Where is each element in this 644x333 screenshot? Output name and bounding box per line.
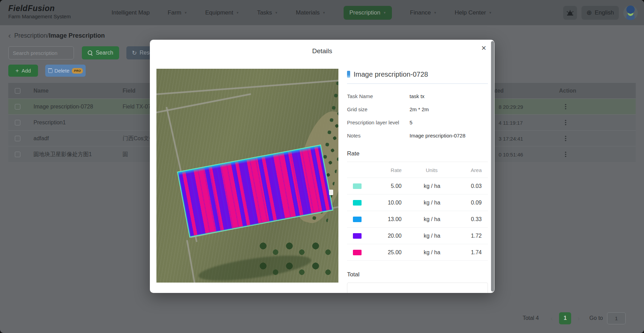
row-created: 8 20:29:29 <box>499 104 523 110</box>
prev-page-button[interactable]: ‹ <box>547 314 557 322</box>
rate-value: 13.00 <box>388 216 402 222</box>
field-satellite-image <box>156 69 338 283</box>
pagination: Total 4 ‹ 1 › Go to <box>522 312 626 324</box>
row-checkbox[interactable] <box>15 120 20 125</box>
nav-tasks[interactable]: Tasks▼ <box>257 9 278 16</box>
goto-page-input[interactable] <box>607 312 626 324</box>
rate-area: 1.72 <box>471 233 482 239</box>
row-field: 圆 <box>123 151 128 158</box>
nav-farm[interactable]: Farm▼ <box>168 9 188 16</box>
detail-value: 5 <box>410 120 412 125</box>
record-title: Image prescription-0728 <box>354 70 428 78</box>
chevron-down-icon: ▼ <box>184 11 187 15</box>
detail-row: Prescription layer level 5 <box>347 116 488 129</box>
avatar[interactable] <box>623 6 638 20</box>
rate-color-swatch <box>353 233 362 239</box>
road <box>186 240 195 283</box>
title-bar-icon <box>347 71 350 78</box>
rate-table: Rate Units Area 5.00 kg / ha 0.03 10.00 … <box>347 162 488 261</box>
nav-equipment[interactable]: Equipment▼ <box>205 9 239 16</box>
close-icon[interactable]: × <box>481 44 486 52</box>
row-actions-menu-icon[interactable] <box>564 134 568 143</box>
chevron-down-icon: ▼ <box>383 11 386 15</box>
row-actions-menu-icon[interactable] <box>564 118 568 127</box>
nav-label: Help Center <box>455 9 486 16</box>
rate-col-header: Rate <box>391 167 402 173</box>
nav-label: Finance <box>410 9 431 16</box>
rate-units: kg / ha <box>424 183 440 189</box>
nav-help-center[interactable]: Help Center▼ <box>455 9 492 16</box>
nav-label: Intelligent Map <box>112 9 150 16</box>
pro-badge: PRO <box>72 68 83 74</box>
detail-value: 2m * 2m <box>410 106 429 112</box>
chevron-down-icon: ▼ <box>489 11 492 15</box>
area-col-header: Area <box>471 167 482 173</box>
column-field: Field <box>123 88 135 94</box>
page-1-button[interactable]: 1 <box>559 312 571 324</box>
notifications-button[interactable] <box>563 6 577 20</box>
topbar-right: ⊕ English <box>563 0 638 25</box>
detail-row: Grid size 2m * 2m <box>347 103 488 116</box>
details-modal: Details × Image prescription-0728 <box>150 40 494 293</box>
row-checkbox[interactable] <box>15 136 20 141</box>
language-button[interactable]: ⊕ English <box>581 6 619 20</box>
column-action: Action <box>559 88 576 94</box>
row-checkbox[interactable] <box>15 104 20 110</box>
nav-intelligent-map[interactable]: Intelligent Map <box>112 9 150 16</box>
topbar: FieldFusion Farm Management System Intel… <box>0 0 644 25</box>
rate-value: 10.00 <box>388 200 402 206</box>
row-created: 4 11:19:17 <box>499 120 523 125</box>
rate-area: 1.74 <box>471 249 482 256</box>
refresh-icon: ↻ <box>132 50 137 56</box>
language-label: English <box>595 9 614 16</box>
row-name: 圆地块卫星影像处方图1 <box>33 151 92 158</box>
plus-icon: + <box>16 68 19 74</box>
breadcrumb-section[interactable]: Prescription/ <box>14 32 49 39</box>
delete-button[interactable]: Delete PRO <box>45 65 86 77</box>
modal-scrollbar[interactable] <box>491 41 494 292</box>
nav-materials[interactable]: Materials▼ <box>296 9 326 16</box>
rate-units: kg / ha <box>424 233 440 239</box>
detail-label: Grid size <box>347 106 367 112</box>
chevron-down-icon: ▼ <box>434 11 437 15</box>
modal-title: Details <box>150 47 494 55</box>
prescription-overlay <box>177 144 334 237</box>
row-actions-menu-icon[interactable] <box>564 103 568 111</box>
next-page-button[interactable]: › <box>574 314 583 322</box>
total-box <box>347 283 488 293</box>
chevron-down-icon: ▼ <box>236 11 239 15</box>
rate-area: 0.09 <box>471 200 482 206</box>
row-name: adfadf <box>33 135 49 142</box>
rate-row: 10.00 kg / ha 0.09 <box>347 194 488 211</box>
detail-value: Image prescription-0728 <box>410 133 465 139</box>
search-input[interactable] <box>8 46 74 59</box>
nav-prescription[interactable]: Prescription▼ <box>344 6 392 20</box>
units-col-header: Units <box>426 167 438 173</box>
row-actions-menu-icon[interactable] <box>564 150 568 159</box>
rate-area: 0.03 <box>471 183 482 189</box>
road <box>156 93 251 113</box>
add-button[interactable]: + Add <box>8 65 38 77</box>
nav-label: Farm <box>168 9 182 16</box>
nav-label: Prescription <box>349 9 381 16</box>
row-name: Prescription1 <box>33 120 66 126</box>
detail-label: Prescription layer level <box>347 120 399 125</box>
details-panel: Image prescription-0728 Task Name task t… <box>347 69 488 293</box>
search-button[interactable]: Search <box>82 46 119 59</box>
nav-label: Materials <box>296 9 320 16</box>
chevron-down-icon: ▼ <box>275 11 278 15</box>
search-button-label: Search <box>96 50 113 56</box>
app-window: FieldFusion Farm Management System Intel… <box>0 0 644 333</box>
rate-color-swatch <box>353 200 362 206</box>
breadcrumb: ‹ Prescription/Image Prescription <box>8 32 105 39</box>
rate-value: 20.00 <box>388 233 402 239</box>
row-checkbox[interactable] <box>15 152 20 157</box>
road <box>156 79 338 95</box>
chevron-left-icon[interactable]: ‹ <box>8 33 11 39</box>
row-created: 0 10:51:46 <box>499 151 523 157</box>
select-all-checkbox[interactable] <box>15 88 20 94</box>
nav-finance[interactable]: Finance▼ <box>410 9 436 16</box>
detail-label: Task Name <box>347 93 373 99</box>
rate-value: 5.00 <box>391 183 402 189</box>
rate-section-heading: Rate <box>347 150 488 162</box>
